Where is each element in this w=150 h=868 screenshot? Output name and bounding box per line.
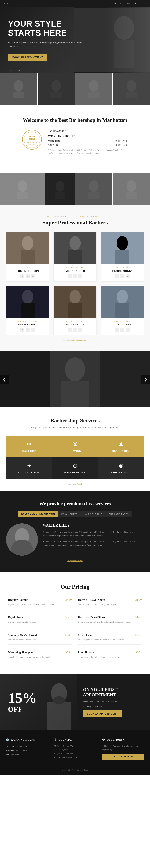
hero-credit: Image from Freepik	[8, 69, 23, 71]
services-title: Barbershop Services	[6, 417, 144, 424]
hero-credit-link[interactable]: Freepik	[17, 69, 23, 71]
facebook-icon[interactable]: f	[21, 328, 25, 332]
discount-section: 15% OFF ON YOUR FIRST APPOINTMENT Sample…	[0, 674, 150, 730]
pricing-section: Our Pricing Regular Haircut $34+ A great…	[0, 571, 150, 674]
footer-hours-time-2: Closed	[13, 753, 20, 756]
twitter-icon[interactable]: t	[120, 274, 124, 278]
svg-point-35	[22, 290, 33, 304]
instagram-icon[interactable]: in	[78, 274, 82, 278]
service-item-5[interactable]: ⊗ Kids Haircut	[98, 457, 144, 479]
svg-rect-0	[74, 8, 150, 72]
footer-bottom: Made with Wix by the Wix Team	[6, 766, 144, 771]
premium-tab-1[interactable]: ROYAL SHAVE	[58, 511, 81, 518]
premium-text-2: Sample text. Click to select the text bo…	[43, 539, 144, 547]
footer-hours-day-1: Saturday	[6, 749, 14, 751]
twitter-icon[interactable]: t	[73, 328, 77, 332]
service-item-4[interactable]: ⊕ Hair Removal	[52, 457, 98, 479]
barber-role-0: OWNER	[6, 267, 49, 269]
premium-tab-3[interactable]: CUTS AND FADES	[106, 511, 132, 518]
instagram-icon[interactable]: in	[125, 274, 129, 278]
svg-rect-27	[21, 250, 35, 264]
welcome-section: Welcome to the Best Barbershop in Manhat…	[0, 105, 150, 173]
nav-home[interactable]: Home	[114, 3, 121, 5]
instagram-icon[interactable]: in	[31, 274, 35, 278]
instagram-icon[interactable]: in	[31, 328, 35, 332]
service-label-5: Kids Haircut	[111, 471, 131, 474]
pricing-desc-4: Tailored cut detail + razor detail.	[8, 638, 72, 641]
barber-photo-1	[53, 232, 97, 264]
pricing-item-7: Long Haircut $55+ A long haircut is simi…	[78, 651, 142, 662]
phone-number: +98 123 456 12 11	[48, 130, 128, 133]
premium-credit-link[interactable]: Images from Freepik	[67, 560, 82, 562]
pricing-name-5: Men's Color	[78, 633, 93, 637]
twitter-icon[interactable]: t	[73, 274, 77, 278]
chat-icon: 💬	[102, 738, 105, 741]
nav-links: Home About Contact	[114, 3, 146, 5]
barber-card-0: OWNER FRED MORRISON f t in	[6, 232, 49, 282]
barber-photo-0	[6, 232, 49, 264]
facebook-icon[interactable]: f	[115, 328, 119, 332]
book-appointment-button[interactable]: BOOK AN APPOINTMENT	[8, 54, 47, 61]
pricing-item-6: Massaging Shampoo $12+ Amazing shampoo +…	[8, 651, 72, 662]
service-item-0[interactable]: ✂ Hair Cut	[6, 436, 52, 457]
carousel-prev-button[interactable]: ❮	[0, 375, 9, 383]
discount-off: OFF	[8, 705, 69, 714]
svg-rect-20	[54, 192, 65, 198]
nav-logo: GO	[4, 2, 8, 5]
facebook-icon[interactable]: f	[68, 274, 72, 278]
hours-day-1: MON-THU	[48, 140, 64, 143]
svg-rect-18	[16, 192, 28, 198]
svg-rect-36	[21, 303, 35, 318]
footer-address-2: NY 10001, USA	[54, 748, 96, 751]
footer-cta-button[interactable]: I'LL REACH THEM	[102, 753, 144, 760]
footer: 🕐 Working Hours Mon - Fri 9:30 — 23:00 S…	[0, 730, 150, 775]
carousel-next-button[interactable]: ❯	[141, 375, 150, 383]
service-item-2[interactable]: ♟ Beard Trim	[98, 436, 144, 457]
pricing-name-2: Royal Shave	[8, 616, 23, 619]
twitter-icon[interactable]: t	[120, 328, 124, 332]
premium-text-1: Sample text. Click to select the text bo…	[43, 530, 144, 537]
twitter-icon[interactable]: t	[26, 274, 30, 278]
twitter-icon[interactable]: t	[26, 328, 30, 332]
service-item-1[interactable]: ⚔ Shaving	[52, 436, 98, 457]
services-credit-link[interactable]: Freepik	[77, 483, 82, 485]
instagram-icon[interactable]: in	[78, 328, 82, 332]
discount-title: ON YOUR FIRST APPOINTMENT	[83, 687, 144, 698]
svg-point-7	[89, 80, 99, 92]
service-item-3[interactable]: ✦ Hair Coloring	[6, 457, 52, 479]
pricing-title: Our Pricing	[8, 584, 142, 590]
discount-cta-button[interactable]: BOOK AN APPOINTMENT	[83, 710, 122, 717]
footer-col-hours: 🕐 Working Hours Mon - Fri 9:30 — 23:00 S…	[6, 738, 48, 760]
nav-contact[interactable]: Contact	[136, 3, 146, 5]
barber-name-3: JAMES OLIVER	[6, 323, 49, 326]
facebook-icon[interactable]: f	[21, 274, 25, 278]
nav-about[interactable]: About	[124, 3, 132, 5]
gallery-item-4	[113, 73, 150, 105]
instagram-icon[interactable]: in	[125, 328, 129, 332]
facebook-icon[interactable]: f	[115, 274, 119, 278]
pricing-desc-7: A long haircut is similar to our classic…	[78, 655, 142, 659]
barber-name-2: ELMER BRIGGS	[101, 269, 144, 273]
professionals-credit: Image from Image from Freepik	[6, 339, 144, 341]
hours-time-1: 09:00 - 23:00	[115, 140, 128, 143]
discount-left: 15% OFF	[0, 674, 77, 730]
barber-card-4: BARBER / STYLIST WALTER LILLY f t in	[53, 286, 97, 335]
svg-point-41	[117, 290, 128, 304]
pricing-desc-0: A great hair cut is the best accessory a…	[8, 603, 72, 606]
gallery-item-5	[0, 173, 45, 205]
professionals-credit-link[interactable]: Image from Freepik	[72, 339, 86, 341]
footer-location-title: 📍 Location	[54, 738, 96, 741]
barber-card-1: BARBER / STYLIST ADRIAN SCOLD f t in	[53, 232, 97, 282]
footer-address-email: support@barbershop.com	[54, 755, 96, 759]
barbers-grid: OWNER FRED MORRISON f t in BARBER / STYL…	[6, 232, 144, 335]
svg-rect-42	[115, 303, 129, 318]
discount-right: ON YOUR FIRST APPOINTMENT Sample text. C…	[77, 674, 150, 730]
barber-role-2: BARBER / STYLIST	[101, 267, 144, 269]
premium-tab-0[interactable]: BEARD AND MUSTACHE TRIM	[18, 511, 58, 518]
premium-tab-2[interactable]: HAIR COLORING	[81, 511, 106, 518]
facebook-icon[interactable]: f	[68, 328, 72, 332]
svg-point-29	[69, 236, 81, 250]
working-hours-title: Working Hours	[48, 135, 128, 138]
footer-bottom-text: Made with Wix by the Wix Team	[62, 769, 88, 771]
svg-point-17	[17, 180, 27, 192]
